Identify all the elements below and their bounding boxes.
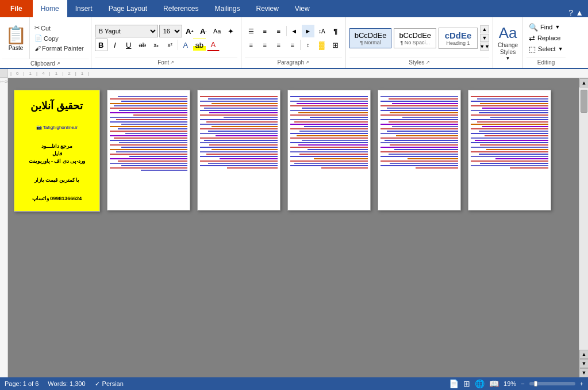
styles-scroll-up[interactable]: ▲ [480, 25, 489, 33]
align-center-button[interactable]: ≡ [259, 39, 271, 51]
tab-bar: File Home Insert Page Layout References … [0, 0, 588, 17]
page-1-content: تحقیق آنلاین Tahghighonline.ir 📷 مرجع دا… [14, 90, 99, 211]
italic-button[interactable]: I [109, 39, 121, 51]
tab-review[interactable]: Review [248, 0, 286, 17]
zoom-slider[interactable] [529, 382, 575, 385]
style-heading1[interactable]: cDdEe Heading 1 [439, 28, 478, 49]
numbering-button[interactable]: ≡ [259, 25, 271, 37]
increase-indent-button[interactable]: ► [302, 25, 314, 37]
paragraph-group: ☰ ≡ ≡ ◄ ► ↕A ¶ ≡ ≡ ≡ ≡ ↕ ▓ ⊞ Paragraph [241, 17, 346, 68]
tab-references[interactable]: References [155, 0, 206, 17]
style-heading1-label: Heading 1 [447, 40, 470, 46]
format-painter-button[interactable]: 🖌 Format Painter [32, 44, 86, 52]
font-group-label: Font [157, 59, 169, 66]
style-normal-display: bCcDdEe [355, 31, 387, 40]
tab-page-layout[interactable]: Page Layout [101, 0, 155, 17]
shading-button[interactable]: ▓ [316, 39, 328, 51]
font-grow-button[interactable]: A+ [183, 25, 196, 37]
font-color-button[interactable]: A [207, 39, 220, 51]
tab-file[interactable]: File [0, 0, 33, 17]
superscript-button[interactable]: x² [164, 39, 176, 51]
styles-scroll: ▲ ▼ ▼▼ [480, 25, 489, 51]
ruler-corner [0, 69, 8, 78]
page-6 [468, 90, 551, 211]
change-styles-button[interactable]: Aa Change Styles ▼ [493, 17, 523, 68]
view-read-icon[interactable]: 📖 [489, 379, 499, 388]
line-spacing-button[interactable]: ↕ [302, 39, 314, 51]
help-icon[interactable]: ? [568, 8, 573, 17]
select-button[interactable]: ⬚ Select ▼ [526, 44, 566, 54]
align-right-button[interactable]: ≡ [272, 39, 285, 51]
find-icon: 🔍 [529, 23, 538, 32]
page-3-content [200, 96, 278, 169]
sort-button[interactable]: ↕A [316, 25, 328, 37]
replace-button[interactable]: ⇄ Replace [526, 33, 566, 43]
subscript-button[interactable]: x₂ [150, 39, 163, 51]
styles-expand-icon[interactable]: ↗ [426, 60, 430, 65]
document-area[interactable]: تحقیق آنلاین Tahghighonline.ir 📷 مرجع دا… [8, 78, 579, 377]
paste-button[interactable]: 📋 Paste [2, 17, 30, 59]
tab-home[interactable]: Home [33, 0, 67, 17]
page-3 [197, 90, 280, 211]
font-expand-icon[interactable]: ↗ [170, 60, 174, 65]
paragraph-group-label: Paragraph [277, 59, 304, 66]
font-size-select[interactable]: 16 [159, 25, 182, 37]
style-normal[interactable]: bCcDdEe ¶ Normal [349, 28, 392, 48]
clipboard-expand-icon[interactable]: ↗ [56, 61, 60, 66]
bullets-button[interactable]: ☰ [245, 25, 258, 37]
scroll-thumb[interactable] [581, 90, 587, 113]
editing-group-label: Editing [537, 59, 555, 66]
language-indicator: ✓ Persian [95, 380, 124, 388]
style-no-spacing[interactable]: bCcDdEe ¶ No Spaci... [394, 28, 436, 48]
copy-button[interactable]: 📄 Copy [32, 34, 86, 43]
zoom-slider-thumb[interactable] [534, 381, 537, 387]
cut-button[interactable]: ✂ Cut [32, 24, 86, 32]
text-highlight-button[interactable]: ab [193, 39, 206, 51]
view-print-icon[interactable]: 📄 [449, 379, 459, 388]
editing-group: 🔍 Find ▼ ⇄ Replace ⬚ Select ▼ Editing [523, 17, 569, 68]
font-shrink-button[interactable]: A- [197, 25, 210, 37]
strikethrough-button[interactable]: ab [136, 39, 149, 51]
justify-button[interactable]: ≡ [286, 39, 299, 51]
styles-scroll-down[interactable]: ▼ [480, 34, 489, 42]
multilevel-list-button[interactable]: ≡ [272, 25, 285, 37]
show-formatting-button[interactable]: ¶ [329, 25, 342, 37]
view-fullscreen-icon[interactable]: ⊞ [463, 379, 470, 388]
scroll-page-up-button[interactable]: ▲ [579, 350, 588, 359]
style-nospace-label: ¶ No Spaci... [401, 40, 430, 45]
page-4 [287, 90, 371, 211]
divider3 [300, 40, 301, 50]
tab-mailings[interactable]: Mailings [206, 0, 248, 17]
copy-icon: 📄 [34, 35, 43, 42]
style-nospace-display: bCcDdEe [399, 31, 431, 40]
paste-icon: 📋 [5, 25, 26, 45]
divider [178, 40, 178, 50]
decrease-indent-button[interactable]: ◄ [288, 25, 301, 37]
zoom-in-icon[interactable]: + [580, 380, 583, 387]
styles-group-label: Styles [409, 59, 424, 66]
change-case-button[interactable]: Aa [211, 25, 224, 37]
underline-button[interactable]: U [122, 39, 135, 51]
tab-insert[interactable]: Insert [67, 0, 101, 17]
bold-button[interactable]: B [95, 39, 107, 51]
borders-button[interactable]: ⊞ [329, 39, 342, 51]
find-button[interactable]: 🔍 Find ▼ [526, 22, 566, 32]
minimize-ribbon-icon[interactable]: ▲ [575, 8, 583, 17]
scroll-up-button[interactable]: ▲ [579, 78, 588, 87]
page-5 [378, 90, 461, 211]
font-name-select[interactable]: B Yagut [95, 25, 158, 37]
zoom-out-icon[interactable]: − [521, 380, 524, 387]
view-web-icon[interactable]: 🌐 [475, 379, 485, 388]
scroll-track [579, 87, 588, 350]
scroll-down-button[interactable]: ▼ [579, 368, 588, 377]
clear-formatting-button[interactable]: ✦ [225, 25, 237, 37]
styles-scroll-expand[interactable]: ▼▼ [480, 43, 489, 51]
vertical-scrollbar[interactable]: ▲ ▲ ▼ ▼ [579, 78, 588, 377]
scroll-page-down-button[interactable]: ▼ [579, 359, 588, 368]
text-effects-button[interactable]: A [179, 39, 192, 51]
format-painter-icon: 🖌 [34, 45, 41, 52]
align-left-button[interactable]: ≡ [245, 39, 258, 51]
page-2-content [110, 96, 187, 171]
tab-view[interactable]: View [287, 0, 318, 17]
paragraph-expand-icon[interactable]: ↗ [305, 60, 309, 65]
